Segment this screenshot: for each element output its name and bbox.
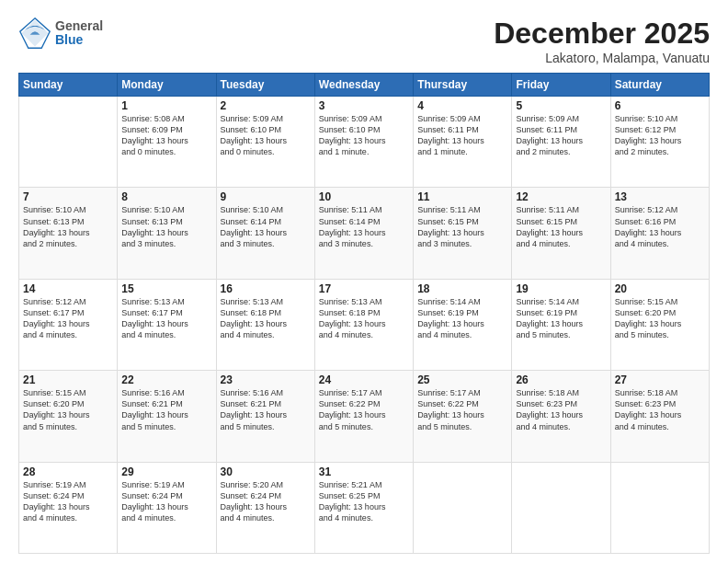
day-number: 9 bbox=[221, 190, 311, 203]
day-number: 11 bbox=[417, 190, 507, 203]
day-number: 25 bbox=[417, 373, 507, 386]
calendar-week-row: 28Sunrise: 5:19 AM Sunset: 6:24 PM Dayli… bbox=[19, 462, 710, 553]
subtitle: Lakatoro, Malampa, Vanuatu bbox=[494, 51, 710, 65]
day-number: 13 bbox=[615, 190, 705, 203]
calendar-day-header: Friday bbox=[512, 74, 610, 97]
cell-info: Sunrise: 5:10 AM Sunset: 6:13 PM Dayligh… bbox=[121, 204, 211, 249]
day-number: 15 bbox=[121, 282, 211, 295]
cell-info: Sunrise: 5:16 AM Sunset: 6:21 PM Dayligh… bbox=[121, 387, 211, 432]
calendar-week-row: 7Sunrise: 5:10 AM Sunset: 6:13 PM Daylig… bbox=[19, 188, 710, 279]
day-number: 31 bbox=[319, 465, 409, 478]
calendar-day-header: Tuesday bbox=[216, 74, 314, 97]
day-number: 20 bbox=[615, 282, 705, 295]
cell-info: Sunrise: 5:18 AM Sunset: 6:23 PM Dayligh… bbox=[516, 387, 606, 432]
calendar-week-row: 21Sunrise: 5:15 AM Sunset: 6:20 PM Dayli… bbox=[19, 371, 710, 462]
cell-info: Sunrise: 5:20 AM Sunset: 6:24 PM Dayligh… bbox=[221, 479, 311, 524]
calendar-day-header: Thursday bbox=[414, 74, 512, 97]
cell-info: Sunrise: 5:13 AM Sunset: 6:18 PM Dayligh… bbox=[319, 296, 409, 341]
day-number: 1 bbox=[121, 99, 211, 112]
day-number: 10 bbox=[319, 190, 409, 203]
title-block: December 2025 Lakatoro, Malampa, Vanuatu bbox=[494, 17, 710, 65]
calendar-cell: 24Sunrise: 5:17 AM Sunset: 6:22 PM Dayli… bbox=[314, 371, 413, 462]
calendar-cell: 31Sunrise: 5:21 AM Sunset: 6:25 PM Dayli… bbox=[314, 462, 413, 553]
day-number: 14 bbox=[23, 282, 113, 295]
cell-info: Sunrise: 5:15 AM Sunset: 6:20 PM Dayligh… bbox=[615, 296, 705, 341]
cell-info: Sunrise: 5:09 AM Sunset: 6:10 PM Dayligh… bbox=[221, 113, 311, 158]
day-number: 7 bbox=[23, 190, 113, 203]
cell-info: Sunrise: 5:21 AM Sunset: 6:25 PM Dayligh… bbox=[319, 479, 409, 524]
calendar-table: SundayMondayTuesdayWednesdayThursdayFrid… bbox=[18, 73, 710, 554]
cell-info: Sunrise: 5:19 AM Sunset: 6:24 PM Dayligh… bbox=[121, 479, 211, 524]
cell-info: Sunrise: 5:10 AM Sunset: 6:12 PM Dayligh… bbox=[615, 113, 705, 158]
day-number: 21 bbox=[23, 373, 113, 386]
logo-general: General bbox=[55, 19, 103, 33]
calendar-week-row: 14Sunrise: 5:12 AM Sunset: 6:17 PM Dayli… bbox=[19, 279, 710, 370]
calendar-week-row: 1Sunrise: 5:08 AM Sunset: 6:09 PM Daylig… bbox=[19, 97, 710, 188]
calendar-cell: 15Sunrise: 5:13 AM Sunset: 6:17 PM Dayli… bbox=[118, 279, 216, 370]
calendar-cell: 19Sunrise: 5:14 AM Sunset: 6:19 PM Dayli… bbox=[512, 279, 610, 370]
calendar-cell: 21Sunrise: 5:15 AM Sunset: 6:20 PM Dayli… bbox=[19, 371, 118, 462]
cell-info: Sunrise: 5:09 AM Sunset: 6:11 PM Dayligh… bbox=[516, 113, 606, 158]
calendar-day-header: Sunday bbox=[19, 74, 118, 97]
calendar-cell: 5Sunrise: 5:09 AM Sunset: 6:11 PM Daylig… bbox=[512, 97, 610, 188]
day-number: 18 bbox=[417, 282, 507, 295]
day-number: 2 bbox=[221, 99, 311, 112]
calendar-cell: 22Sunrise: 5:16 AM Sunset: 6:21 PM Dayli… bbox=[118, 371, 216, 462]
cell-info: Sunrise: 5:09 AM Sunset: 6:10 PM Dayligh… bbox=[319, 113, 409, 158]
page: General Blue December 2025 Lakatoro, Mal… bbox=[0, 0, 728, 563]
cell-info: Sunrise: 5:12 AM Sunset: 6:16 PM Dayligh… bbox=[615, 204, 705, 249]
cell-info: Sunrise: 5:12 AM Sunset: 6:17 PM Dayligh… bbox=[23, 296, 113, 341]
calendar-cell bbox=[19, 97, 118, 188]
calendar-cell: 29Sunrise: 5:19 AM Sunset: 6:24 PM Dayli… bbox=[118, 462, 216, 553]
calendar-cell: 1Sunrise: 5:08 AM Sunset: 6:09 PM Daylig… bbox=[118, 97, 216, 188]
calendar-cell bbox=[414, 462, 512, 553]
day-number: 27 bbox=[615, 373, 705, 386]
calendar-cell: 16Sunrise: 5:13 AM Sunset: 6:18 PM Dayli… bbox=[216, 279, 314, 370]
day-number: 4 bbox=[417, 99, 507, 112]
logo: General Blue bbox=[18, 17, 103, 50]
cell-info: Sunrise: 5:15 AM Sunset: 6:20 PM Dayligh… bbox=[23, 387, 113, 432]
calendar-cell: 12Sunrise: 5:11 AM Sunset: 6:15 PM Dayli… bbox=[512, 188, 610, 279]
cell-info: Sunrise: 5:19 AM Sunset: 6:24 PM Dayligh… bbox=[23, 479, 113, 524]
calendar-cell: 3Sunrise: 5:09 AM Sunset: 6:10 PM Daylig… bbox=[314, 97, 413, 188]
calendar-cell: 17Sunrise: 5:13 AM Sunset: 6:18 PM Dayli… bbox=[314, 279, 413, 370]
calendar-cell bbox=[512, 462, 610, 553]
day-number: 6 bbox=[615, 99, 705, 112]
cell-info: Sunrise: 5:11 AM Sunset: 6:14 PM Dayligh… bbox=[319, 204, 409, 249]
cell-info: Sunrise: 5:11 AM Sunset: 6:15 PM Dayligh… bbox=[417, 204, 507, 249]
day-number: 22 bbox=[121, 373, 211, 386]
calendar-cell: 25Sunrise: 5:17 AM Sunset: 6:22 PM Dayli… bbox=[414, 371, 512, 462]
calendar-cell: 30Sunrise: 5:20 AM Sunset: 6:24 PM Dayli… bbox=[216, 462, 314, 553]
calendar-day-header: Saturday bbox=[610, 74, 709, 97]
calendar-day-header: Wednesday bbox=[314, 74, 413, 97]
day-number: 30 bbox=[221, 465, 311, 478]
calendar-cell: 13Sunrise: 5:12 AM Sunset: 6:16 PM Dayli… bbox=[610, 188, 709, 279]
calendar-cell: 10Sunrise: 5:11 AM Sunset: 6:14 PM Dayli… bbox=[314, 188, 413, 279]
calendar-cell: 11Sunrise: 5:11 AM Sunset: 6:15 PM Dayli… bbox=[414, 188, 512, 279]
calendar-cell: 6Sunrise: 5:10 AM Sunset: 6:12 PM Daylig… bbox=[610, 97, 709, 188]
logo-blue: Blue bbox=[55, 33, 103, 47]
cell-info: Sunrise: 5:10 AM Sunset: 6:13 PM Dayligh… bbox=[23, 204, 113, 249]
calendar-cell: 18Sunrise: 5:14 AM Sunset: 6:19 PM Dayli… bbox=[414, 279, 512, 370]
day-number: 26 bbox=[516, 373, 606, 386]
cell-info: Sunrise: 5:17 AM Sunset: 6:22 PM Dayligh… bbox=[319, 387, 409, 432]
day-number: 16 bbox=[221, 282, 311, 295]
day-number: 17 bbox=[319, 282, 409, 295]
cell-info: Sunrise: 5:10 AM Sunset: 6:14 PM Dayligh… bbox=[221, 204, 311, 249]
calendar-cell: 9Sunrise: 5:10 AM Sunset: 6:14 PM Daylig… bbox=[216, 188, 314, 279]
calendar-cell: 7Sunrise: 5:10 AM Sunset: 6:13 PM Daylig… bbox=[19, 188, 118, 279]
calendar-header-row: SundayMondayTuesdayWednesdayThursdayFrid… bbox=[19, 74, 710, 97]
calendar-cell: 4Sunrise: 5:09 AM Sunset: 6:11 PM Daylig… bbox=[414, 97, 512, 188]
cell-info: Sunrise: 5:17 AM Sunset: 6:22 PM Dayligh… bbox=[417, 387, 507, 432]
calendar-cell: 8Sunrise: 5:10 AM Sunset: 6:13 PM Daylig… bbox=[118, 188, 216, 279]
logo-text: General Blue bbox=[55, 19, 103, 48]
calendar-cell: 26Sunrise: 5:18 AM Sunset: 6:23 PM Dayli… bbox=[512, 371, 610, 462]
calendar-cell: 14Sunrise: 5:12 AM Sunset: 6:17 PM Dayli… bbox=[19, 279, 118, 370]
day-number: 24 bbox=[319, 373, 409, 386]
day-number: 12 bbox=[516, 190, 606, 203]
cell-info: Sunrise: 5:14 AM Sunset: 6:19 PM Dayligh… bbox=[516, 296, 606, 341]
month-title: December 2025 bbox=[494, 17, 710, 51]
calendar-cell: 23Sunrise: 5:16 AM Sunset: 6:21 PM Dayli… bbox=[216, 371, 314, 462]
cell-info: Sunrise: 5:13 AM Sunset: 6:17 PM Dayligh… bbox=[121, 296, 211, 341]
cell-info: Sunrise: 5:08 AM Sunset: 6:09 PM Dayligh… bbox=[121, 113, 211, 158]
